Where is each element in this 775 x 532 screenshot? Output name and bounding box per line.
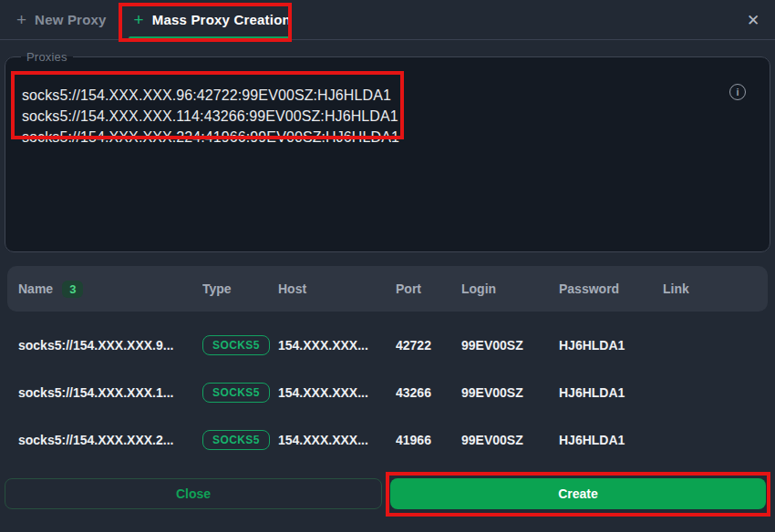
close-button[interactable]: Close xyxy=(5,478,382,509)
column-header-password: Password xyxy=(559,281,663,296)
tab-mass-proxy-creation[interactable]: + Mass Proxy Creation xyxy=(119,0,304,39)
create-button[interactable]: Create xyxy=(390,478,766,509)
cell-name: socks5://154.XXX.XXX.1... xyxy=(18,385,202,400)
cell-host: 154.XXX.XXX... xyxy=(278,433,396,447)
cell-type: SOCKS5 xyxy=(202,335,278,355)
table-row: socks5://154.XXX.XXX.1... SOCKS5 154.XXX… xyxy=(7,369,768,416)
table-header: Name 3 Type Host Port Login Password Lin… xyxy=(7,266,768,312)
proxy-line: socks5://154.XXX.XXX.224:41966:99EV00SZ:… xyxy=(22,127,399,148)
column-header-link: Link xyxy=(663,281,768,296)
table-row: socks5://154.XXX.XXX.2... SOCKS5 154.XXX… xyxy=(7,416,768,464)
table-body: socks5://154.XXX.XXX.9... SOCKS5 154.XXX… xyxy=(7,312,768,464)
plus-icon: + xyxy=(134,11,144,28)
column-header-login: Login xyxy=(461,281,559,296)
tab-new-proxy[interactable]: + New Proxy xyxy=(0,0,119,39)
cell-type: SOCKS5 xyxy=(202,383,278,403)
column-header-host: Host xyxy=(278,281,396,296)
mass-proxy-creation-dialog: + New Proxy + Mass Proxy Creation ✕ Prox… xyxy=(0,0,775,532)
cell-name: socks5://154.XXX.XXX.2... xyxy=(18,433,202,447)
tab-label: New Proxy xyxy=(35,12,107,27)
socks5-chip: SOCKS5 xyxy=(202,430,270,450)
proxies-text[interactable]: socks5://154.XXX.XXX.96:42722:99EV00SZ:H… xyxy=(22,85,399,148)
info-icon[interactable]: i xyxy=(729,84,746,100)
cell-port: 43266 xyxy=(396,385,461,400)
cell-login: 99EV00SZ xyxy=(461,385,559,400)
proxy-line: socks5://154.XXX.XXX.96:42722:99EV00SZ:H… xyxy=(22,85,399,106)
active-tab-underline xyxy=(129,36,291,39)
socks5-chip: SOCKS5 xyxy=(202,335,270,355)
cell-type: SOCKS5 xyxy=(202,430,278,450)
column-header-type: Type xyxy=(202,281,278,296)
proxy-line: socks5://154.XXX.XXX.114:43266:99EV00SZ:… xyxy=(22,106,399,127)
cell-password: HJ6HLDA1 xyxy=(559,433,663,447)
tab-label: Mass Proxy Creation xyxy=(152,12,291,27)
dialog-header: + New Proxy + Mass Proxy Creation ✕ xyxy=(0,0,775,40)
column-header-name: Name 3 xyxy=(18,281,202,298)
close-icon[interactable]: ✕ xyxy=(742,9,764,31)
cell-port: 41966 xyxy=(396,433,461,447)
plus-icon: + xyxy=(16,11,26,28)
proxies-field-label: Proxies xyxy=(21,50,73,64)
header-name-label: Name xyxy=(18,281,53,296)
cell-login: 99EV00SZ xyxy=(461,433,559,447)
cell-password: HJ6HLDA1 xyxy=(559,385,663,400)
cell-name: socks5://154.XXX.XXX.9... xyxy=(18,338,202,353)
table-row: socks5://154.XXX.XXX.9... SOCKS5 154.XXX… xyxy=(7,322,768,369)
cell-port: 42722 xyxy=(396,338,461,353)
column-header-port: Port xyxy=(396,281,461,296)
cell-login: 99EV00SZ xyxy=(461,338,559,353)
cell-host: 154.XXX.XXX... xyxy=(278,338,396,353)
cell-password: HJ6HLDA1 xyxy=(559,338,663,353)
cell-host: 154.XXX.XXX... xyxy=(278,385,396,400)
row-count-badge: 3 xyxy=(62,281,83,298)
proxies-textarea[interactable]: Proxies socks5://154.XXX.XXX.96:42722:99… xyxy=(5,50,770,252)
socks5-chip: SOCKS5 xyxy=(202,383,270,403)
